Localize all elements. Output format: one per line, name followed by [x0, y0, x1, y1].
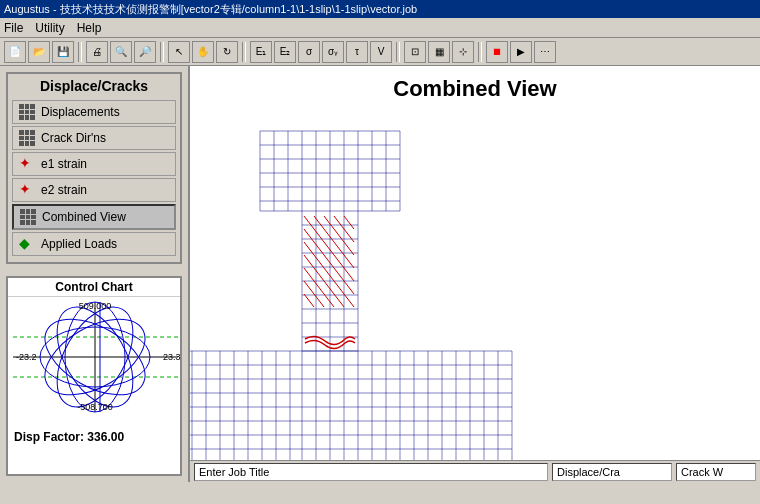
tb-zoom-in[interactable]: 🔍: [110, 41, 132, 63]
tb-sep3: [242, 42, 246, 62]
btn-e2-label: e2 strain: [41, 183, 87, 197]
view-title: Combined View: [190, 66, 760, 107]
svg-line-52: [334, 229, 344, 242]
chart-area: 509.000 -508.700 -23.2 23.3: [8, 297, 180, 473]
tb-v1[interactable]: V: [370, 41, 392, 63]
job-title-field[interactable]: Enter Job Title: [194, 463, 548, 481]
btn-displacements-label: Displacements: [41, 105, 120, 119]
btn-displacements[interactable]: Displacements: [12, 100, 176, 124]
toolbar: 📄 📂 💾 🖨 🔍 🔎 ↖ ✋ ↻ E₁ E₂ σ σᵧ τ V ⊡ ▦ ⊹ ⏹…: [0, 38, 760, 66]
svg-line-49: [304, 229, 314, 242]
svg-line-62: [334, 255, 344, 268]
tb-axis[interactable]: ⊹: [452, 41, 474, 63]
svg-line-66: [324, 268, 334, 281]
svg-line-60: [314, 255, 324, 268]
control-chart-svg: 509.000 -508.700 -23.2 23.3: [8, 297, 182, 417]
btn-combined-view[interactable]: Combined View: [12, 204, 176, 230]
svg-line-78: [344, 294, 354, 307]
grid-icon: [19, 104, 35, 120]
view-area: Combined View: [190, 66, 760, 482]
btn-crack-dirs[interactable]: Crack Dir'ns: [12, 126, 176, 150]
svg-line-74: [304, 294, 314, 307]
btn-crack-dirs-label: Crack Dir'ns: [41, 131, 106, 145]
grid-icon-3: [20, 209, 36, 225]
svg-line-65: [314, 268, 324, 281]
svg-line-51: [324, 229, 334, 242]
svg-line-76: [324, 294, 334, 307]
tb-e2[interactable]: E₂: [274, 41, 296, 63]
control-chart-section: Control Chart: [6, 276, 182, 476]
tb-pan[interactable]: ✋: [192, 41, 214, 63]
svg-line-48: [344, 216, 354, 229]
menu-bar: File Utility Help: [0, 18, 760, 38]
tb-sep5: [478, 42, 482, 62]
btn-e2-strain[interactable]: e2 strain: [12, 178, 176, 202]
title-text: Augustus - 技技术技技术侦测报警制[vector2专辑/column1…: [4, 2, 417, 17]
tb-oy[interactable]: σᵧ: [322, 41, 344, 63]
top-block: [260, 131, 400, 211]
cross-icon-1: [19, 156, 35, 172]
svg-line-70: [314, 281, 324, 294]
chart-left-value: -23.2: [16, 352, 37, 362]
status-far-right: Crack W: [676, 463, 756, 481]
svg-line-46: [324, 216, 334, 229]
disp-factor: Disp Factor: 336.00: [14, 430, 124, 444]
structure-svg: [190, 111, 650, 482]
svg-line-50: [314, 229, 324, 242]
menu-help[interactable]: Help: [77, 21, 102, 35]
svg-line-75: [314, 294, 324, 307]
svg-line-45: [314, 216, 324, 229]
btn-applied-loads[interactable]: Applied Loads: [12, 232, 176, 256]
tb-e1[interactable]: E₁: [250, 41, 272, 63]
svg-line-69: [304, 281, 314, 294]
menu-file[interactable]: File: [4, 21, 23, 35]
chart-bottom-value: -508.700: [77, 402, 113, 412]
btn-combined-label: Combined View: [42, 210, 126, 224]
cross-icon-2: [19, 182, 35, 198]
svg-line-77: [334, 294, 344, 307]
tb-stop[interactable]: ⏹: [486, 41, 508, 63]
tb-grid[interactable]: ▦: [428, 41, 450, 63]
svg-line-61: [324, 255, 334, 268]
tb-ox[interactable]: σ: [298, 41, 320, 63]
grid-icon-2: [19, 130, 35, 146]
diamond-icon: [19, 236, 35, 252]
svg-line-72: [334, 281, 344, 294]
svg-line-71: [324, 281, 334, 294]
svg-line-63: [344, 255, 354, 268]
main-area: Displace/Cracks Displacements Crack Dir'…: [0, 66, 760, 482]
tb-zoom-out[interactable]: 🔎: [134, 41, 156, 63]
status-right: Displace/Cra: [552, 463, 672, 481]
chart-right-value: 23.3: [163, 352, 181, 362]
tb-rotate[interactable]: ↻: [216, 41, 238, 63]
displace-title: Displace/Cracks: [12, 78, 176, 94]
tb-save[interactable]: 💾: [52, 41, 74, 63]
title-bar: Augustus - 技技术技技术侦测报警制[vector2专辑/column1…: [0, 0, 760, 18]
chart-top-value: 509.000: [79, 301, 112, 311]
job-title-text: Enter Job Title: [199, 466, 269, 478]
tb-select[interactable]: ↖: [168, 41, 190, 63]
btn-e1-strain[interactable]: e1 strain: [12, 152, 176, 176]
menu-utility[interactable]: Utility: [35, 21, 64, 35]
svg-line-67: [334, 268, 344, 281]
tb-fit[interactable]: ⊡: [404, 41, 426, 63]
svg-line-47: [334, 216, 344, 229]
displace-section: Displace/Cracks Displacements Crack Dir'…: [6, 72, 182, 264]
tb-sep1: [78, 42, 82, 62]
tb-print[interactable]: 🖨: [86, 41, 108, 63]
btn-applied-loads-label: Applied Loads: [41, 237, 117, 251]
tb-txy[interactable]: τ: [346, 41, 368, 63]
svg-line-73: [344, 281, 354, 294]
tb-run[interactable]: ▶: [510, 41, 532, 63]
svg-line-59: [304, 255, 314, 268]
tb-open[interactable]: 📂: [28, 41, 50, 63]
tb-sep2: [160, 42, 164, 62]
control-chart-title: Control Chart: [8, 278, 180, 297]
tb-more[interactable]: ⋯: [534, 41, 556, 63]
svg-line-68: [344, 268, 354, 281]
left-panel: Displace/Cracks Displacements Crack Dir'…: [0, 66, 190, 482]
status-bar: Enter Job Title Displace/Cra Crack W: [190, 460, 760, 482]
stem-block: [302, 211, 358, 351]
btn-e1-label: e1 strain: [41, 157, 87, 171]
tb-new[interactable]: 📄: [4, 41, 26, 63]
